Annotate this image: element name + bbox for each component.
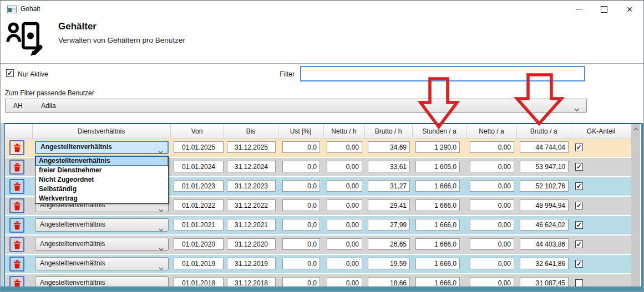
stunden-a-input[interactable] <box>415 238 460 250</box>
brutto-a-input[interactable] <box>520 219 569 230</box>
netto-a-input[interactable] <box>470 141 514 153</box>
brutto-a-input[interactable] <box>520 161 569 172</box>
gk-anteil-checkbox[interactable]: ✓ <box>575 260 583 268</box>
netto-h-input[interactable] <box>327 258 362 269</box>
gk-anteil-checkbox[interactable]: ✓ <box>575 240 583 248</box>
von-input[interactable] <box>174 161 224 172</box>
delete-row-button[interactable] <box>9 179 24 194</box>
ust-input[interactable] <box>282 219 320 230</box>
delete-row-button[interactable] <box>9 160 24 175</box>
gk-anteil-checkbox[interactable]: ✓ <box>575 221 583 229</box>
stunden-a-input[interactable] <box>415 199 460 211</box>
netto-a-input[interactable] <box>470 219 514 230</box>
bis-input[interactable] <box>227 238 276 250</box>
stunden-a-input[interactable] <box>415 161 460 172</box>
stunden-a-input[interactable] <box>415 258 460 269</box>
close-button[interactable]: × <box>617 1 642 18</box>
netto-h-input[interactable] <box>327 238 362 250</box>
gk-anteil-checkbox[interactable]: ✓ <box>575 163 583 171</box>
von-input[interactable] <box>174 180 224 192</box>
minimize-button[interactable] <box>566 1 591 18</box>
netto-h-input[interactable] <box>327 199 362 211</box>
von-input[interactable] <box>174 258 224 269</box>
von-input[interactable] <box>174 199 224 211</box>
netto-h-input[interactable] <box>327 219 362 230</box>
bis-input[interactable] <box>227 219 276 230</box>
maximize-button[interactable] <box>591 1 617 18</box>
netto-a-input[interactable] <box>470 238 514 250</box>
netto-a-input[interactable] <box>470 258 514 269</box>
netto-h-input[interactable] <box>327 277 362 287</box>
gk-anteil-checkbox[interactable]: ✓ <box>575 202 583 209</box>
ust-input[interactable] <box>282 199 320 211</box>
bis-input[interactable] <box>227 258 276 269</box>
von-input[interactable] <box>174 238 224 250</box>
delete-row-button[interactable] <box>9 237 24 252</box>
ust-input[interactable] <box>282 238 320 250</box>
table-row: Angestelltenverhältnis ✓ <box>5 235 631 254</box>
delete-row-button[interactable] <box>9 140 24 155</box>
bis-input[interactable] <box>227 180 276 192</box>
vertical-scrollbar[interactable] <box>631 124 640 287</box>
von-input[interactable] <box>174 219 224 230</box>
netto-a-input[interactable] <box>470 180 514 192</box>
gk-anteil-checkbox[interactable]: ✓ <box>575 144 583 151</box>
netto-a-input[interactable] <box>470 199 514 211</box>
dropdown-option[interactable]: Angestelltenverhältnis <box>36 156 168 166</box>
bis-input[interactable] <box>227 141 276 153</box>
netto-h-input[interactable] <box>327 180 362 192</box>
gk-anteil-checkbox[interactable] <box>575 279 583 287</box>
brutto-h-input[interactable] <box>368 180 410 192</box>
brutto-a-input[interactable] <box>520 199 569 211</box>
brutto-a-input[interactable] <box>520 141 569 153</box>
filter-input[interactable] <box>300 66 585 81</box>
von-input[interactable] <box>174 277 224 287</box>
titlebar: Gehalt × <box>1 1 643 18</box>
dropdown-option[interactable]: Nicht Zugeordnet <box>36 175 168 185</box>
dienstverhaeltnis-select[interactable]: Angestelltenverhältnis <box>35 257 169 270</box>
dienstverhaeltnis-select[interactable]: Angestelltenverhältnis <box>35 238 169 251</box>
ust-input[interactable] <box>282 161 320 172</box>
gk-anteil-checkbox[interactable]: ✓ <box>575 182 583 190</box>
dropdown-option[interactable]: Werkvertrag <box>36 194 168 203</box>
von-input[interactable] <box>174 141 224 153</box>
delete-row-button[interactable] <box>9 218 24 233</box>
dienstverhaeltnis-select[interactable]: Angestelltenverhältnis <box>35 218 169 232</box>
stunden-a-input[interactable] <box>415 277 460 287</box>
brutto-h-input[interactable] <box>368 238 410 250</box>
brutto-a-input[interactable] <box>520 180 569 192</box>
dienstverhaeltnis-select[interactable]: Angestelltenverhältnis <box>35 141 169 154</box>
stunden-a-input[interactable] <box>415 219 460 230</box>
stunden-a-input[interactable] <box>415 180 460 192</box>
brutto-h-input[interactable] <box>368 219 410 230</box>
delete-row-button[interactable] <box>9 198 24 213</box>
dienstverhaeltnis-select[interactable]: Angestelltenverhältnis <box>35 276 169 287</box>
benutzer-select[interactable]: AH Adila <box>5 99 587 113</box>
delete-row-button[interactable] <box>9 257 24 271</box>
brutto-h-input[interactable] <box>368 161 410 172</box>
bis-input[interactable] <box>227 277 276 287</box>
ust-input[interactable] <box>282 258 320 269</box>
ust-input[interactable] <box>282 141 320 153</box>
netto-a-input[interactable] <box>470 161 514 172</box>
netto-h-input[interactable] <box>327 161 362 172</box>
brutto-a-input[interactable] <box>520 277 569 287</box>
ust-input[interactable] <box>282 277 320 287</box>
brutto-a-input[interactable] <box>520 258 569 269</box>
ust-input[interactable] <box>282 180 320 192</box>
brutto-h-input[interactable] <box>368 199 410 211</box>
brutto-h-input[interactable] <box>368 141 410 153</box>
bis-input[interactable] <box>227 199 276 211</box>
stunden-a-input[interactable] <box>415 141 460 153</box>
netto-a-input[interactable] <box>470 277 514 287</box>
brutto-h-input[interactable] <box>368 258 410 269</box>
netto-h-input[interactable] <box>327 141 362 153</box>
brutto-a-input[interactable] <box>520 238 569 250</box>
dropdown-option[interactable]: Selbständig <box>36 185 168 194</box>
delete-row-button[interactable] <box>9 276 24 287</box>
dropdown-option[interactable]: freier Dienstnehmer <box>36 166 168 175</box>
brutto-h-input[interactable] <box>368 277 410 287</box>
nur-aktive-checkbox[interactable]: ✓ <box>6 69 14 77</box>
scrollbar-up-button[interactable] <box>631 124 640 134</box>
bis-input[interactable] <box>227 161 276 172</box>
